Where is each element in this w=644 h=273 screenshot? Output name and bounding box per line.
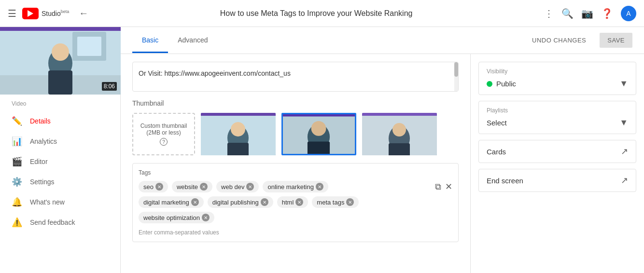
tags-row-3: website optimization ✕ [139,212,452,223]
tab-basic[interactable]: Basic [132,28,168,53]
video-duration: 8:06 [102,82,117,91]
tags-row-1: seo ✕ website ✕ web dev ✕ online marke [139,181,452,192]
tag-meta-tags: meta tags ✕ [312,196,359,208]
tags-hint: Enter comma-separated values [139,227,452,236]
thumbnail-option-2[interactable] [281,113,356,155]
end-screen-external-link-icon: ↗ [621,175,628,186]
sidebar-item-label: Details [30,117,51,125]
tag-remove-web-dev[interactable]: ✕ [246,183,254,191]
custom-thumbnail-upload[interactable]: Custom thumbnail (2MB or less) ? [132,113,195,155]
tab-actions: UNDO CHANGES SAVE [524,33,632,48]
playlists-value: Select [487,119,507,127]
editor-icon: 🎬 [12,156,22,167]
avatar[interactable]: A [621,6,636,21]
whats-new-icon: 🔔 [12,197,22,207]
svg-rect-17 [308,141,330,154]
thumb-svg-1 [201,113,276,155]
sidebar-video-label: Video [0,95,120,111]
playlists-section: Playlists Select ▼ [478,101,636,134]
tags-label: Tags [139,169,452,176]
header-left: ☰ Studiobeta ← [8,8,88,19]
sidebar: 8:06 Video ✏️ Details 📊 Analytics 🎬 Edit… [0,27,121,273]
sidebar-item-details[interactable]: ✏️ Details [0,111,120,131]
thumbnail-option-1[interactable] [201,113,276,155]
play-icon [28,10,33,17]
thumbnails-row: Custom thumbnail (2MB or less) ? [132,113,459,155]
back-button[interactable]: ← [79,8,88,19]
editor-layout: Or Visit: https://www.apogeeinvent.com/c… [121,54,644,273]
tag-remove-meta-tags[interactable]: ✕ [346,198,354,206]
main-layout: 8:06 Video ✏️ Details 📊 Analytics 🎬 Edit… [0,27,644,273]
tag-remove-online-marketing[interactable]: ✕ [316,183,323,191]
sidebar-thumbnail: 8:06 [0,27,121,95]
thumb-svg-2 [283,114,355,154]
tag-remove-website-optimization[interactable]: ✕ [202,214,210,221]
tag-text: web dev [221,183,244,191]
create-icon[interactable]: 📷 [581,8,593,19]
save-button[interactable]: SAVE [600,33,632,48]
hamburger-icon[interactable]: ☰ [8,8,16,19]
tag-remove-website[interactable]: ✕ [200,183,208,191]
more-options-icon[interactable]: ⋮ [544,8,554,19]
thumb-face-2 [283,114,355,154]
search-icon[interactable]: 🔍 [561,8,574,19]
svg-point-6 [52,43,69,61]
visibility-dropdown-icon[interactable]: ▼ [619,79,628,89]
description-box: Or Visit: https://www.apogeeinvent.com/c… [132,62,459,92]
svg-point-11 [231,122,245,136]
tag-remove-digital-publishing[interactable]: ✕ [261,198,268,206]
copy-tags-icon[interactable]: ⧉ [435,182,441,192]
feedback-icon: ⚠️ [12,217,22,228]
svg-rect-4 [0,27,121,31]
edit-panel: Or Visit: https://www.apogeeinvent.com/c… [121,54,470,273]
sidebar-nav: Video ✏️ Details 📊 Analytics 🎬 Editor ⚙️… [0,95,120,273]
svg-rect-14 [283,114,355,116]
thumbnail-help-icon[interactable]: ? [160,138,168,146]
visibility-text: Public [496,80,516,88]
description-text[interactable]: Or Visit: https://www.apogeeinvent.com/c… [133,62,458,91]
sidebar-item-label: Settings [30,178,55,186]
help-icon[interactable]: ❓ [601,8,613,19]
tag-text: digital publishing [212,199,259,206]
sidebar-item-label: Send feedback [30,218,75,226]
tag-text: website optimization [143,214,200,221]
tags-section: Tags seo ✕ website ✕ web dev ✕ [132,163,459,242]
thumbnail-option-3[interactable] [362,113,437,155]
cards-section[interactable]: Cards ↗ [478,140,636,163]
playlists-dropdown-icon[interactable]: ▼ [619,118,628,128]
analytics-icon: 📊 [12,136,22,147]
sidebar-item-label: What's new [30,198,65,206]
tags-actions: ⧉ ✕ [435,181,452,192]
svg-point-21 [392,123,406,136]
tag-remove-seo[interactable]: ✕ [155,183,163,191]
visibility-value: Public [487,80,516,88]
sidebar-item-analytics[interactable]: 📊 Analytics [0,131,120,151]
content-area: Basic Advanced UNDO CHANGES SAVE Or Visi… [121,27,644,273]
sidebar-item-send-feedback[interactable]: ⚠️ Send feedback [0,212,120,232]
end-screen-section[interactable]: End screen ↗ [478,169,636,192]
visibility-header: Public ▼ [487,79,628,89]
svg-rect-19 [362,113,437,116]
sidebar-item-whats-new[interactable]: 🔔 What's new [0,192,120,212]
undo-changes-button[interactable]: UNDO CHANGES [524,33,594,48]
svg-rect-7 [48,70,72,95]
visibility-label: Visibility [487,68,628,75]
clear-tags-icon[interactable]: ✕ [445,181,452,192]
end-screen-label: End screen [487,177,523,185]
svg-rect-3 [77,37,101,56]
custom-thumbnail-text: Custom thumbnail (2MB or less) [140,123,187,136]
details-icon: ✏️ [12,116,22,126]
tag-remove-html[interactable]: ✕ [295,198,303,206]
header: ☰ Studiobeta ← How to use Meta Tags to I… [0,0,644,27]
sidebar-item-editor[interactable]: 🎬 Editor [0,151,120,172]
tag-seo: seo ✕ [139,181,168,192]
thumbnail-placeholder: 8:06 [0,27,121,95]
tab-advanced[interactable]: Advanced [168,28,217,53]
sidebar-item-settings[interactable]: ⚙️ Settings [0,172,120,192]
tag-remove-digital-marketing[interactable]: ✕ [191,198,199,206]
video-title: How to use Meta Tags to Improve your Web… [96,9,536,18]
scrollbar[interactable] [454,62,458,91]
svg-rect-12 [227,143,249,155]
tag-text: digital marketing [143,199,189,206]
logo-text: Studiobeta [42,9,69,17]
